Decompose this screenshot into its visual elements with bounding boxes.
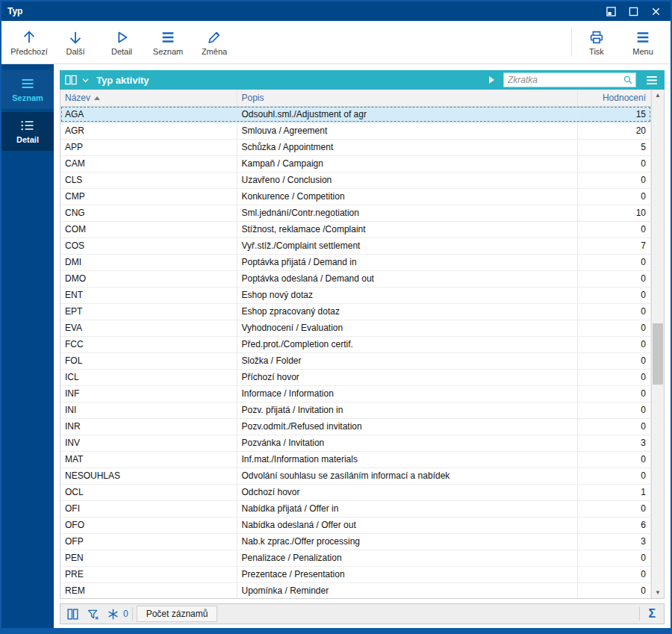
table-cell[interactable]: EPT: [60, 303, 237, 320]
search-input[interactable]: [508, 75, 623, 85]
table-row[interactable]: INVPozvánka / Invitation3: [60, 435, 651, 451]
table-cell[interactable]: Před.prot./Completion certif.: [237, 336, 578, 352]
table-cell[interactable]: 0: [578, 254, 651, 270]
column-header-popis[interactable]: Popis: [237, 90, 578, 106]
chevron-down-icon[interactable]: [81, 75, 90, 85]
table-cell[interactable]: 0: [578, 336, 651, 352]
table-cell[interactable]: FOL: [60, 352, 237, 369]
table-row[interactable]: EPTEshop zpracovaný dotaz0: [60, 303, 651, 320]
vertical-scrollbar[interactable]: ▲ ▼: [651, 90, 664, 598]
table-cell[interactable]: Pozv. přijatá / Invitation in: [237, 402, 578, 418]
table-cell[interactable]: Kampaň / Campaign: [237, 155, 578, 172]
table-cell[interactable]: OCL: [60, 484, 237, 500]
table-cell[interactable]: Nab.k zprac./Offer processing: [237, 533, 578, 550]
table-cell[interactable]: INV: [60, 435, 237, 451]
columns-view-icon[interactable]: [64, 74, 78, 86]
table-row[interactable]: REMUpomínka / Reminder0: [60, 582, 651, 598]
table-cell[interactable]: 0: [578, 287, 651, 303]
table-cell[interactable]: Vyř.stíž./Complaint settlement: [237, 237, 578, 254]
table-cell[interactable]: Informace / Information: [237, 385, 578, 402]
table-cell[interactable]: 0: [578, 451, 651, 467]
table-cell[interactable]: EVA: [60, 320, 237, 336]
column-header-nazev[interactable]: Název: [60, 90, 237, 106]
refresh-snowflake-icon[interactable]: [105, 606, 121, 622]
table-row[interactable]: OFPNab.k zprac./Offer processing3: [60, 533, 651, 550]
menu-button[interactable]: Menu: [620, 23, 666, 61]
table-cell[interactable]: Nabídka přijatá / Offer in: [237, 500, 578, 517]
table-cell[interactable]: 0: [578, 385, 651, 402]
table-cell[interactable]: Inf.mat./Information materials: [237, 451, 578, 467]
table-cell[interactable]: INF: [60, 385, 237, 402]
table-row[interactable]: INIPozv. přijatá / Invitation in0: [60, 402, 651, 418]
table-row[interactable]: ENTEshop nový dotaz0: [60, 287, 651, 303]
table-row[interactable]: APPSchůzka / Appointment5: [60, 139, 651, 155]
table-cell[interactable]: 1: [578, 484, 651, 500]
scrollbar-thumb[interactable]: [653, 323, 663, 385]
table-cell[interactable]: ENT: [60, 287, 237, 303]
table-cell[interactable]: INI: [60, 402, 237, 418]
table-cell[interactable]: DMO: [60, 270, 237, 287]
table-cell[interactable]: 0: [578, 566, 651, 582]
table-cell[interactable]: Pozv.odmít./Refused invitation: [237, 418, 578, 435]
table-cell[interactable]: 15: [578, 106, 651, 122]
table-cell[interactable]: 0: [578, 550, 651, 566]
table-cell[interactable]: AGR: [60, 122, 237, 139]
table-cell[interactable]: Konkurence / Competition: [237, 188, 578, 205]
table-row[interactable]: EVAVyhodnocení / Evaluation0: [60, 320, 651, 336]
table-cell[interactable]: NESOUHLAS: [60, 467, 237, 484]
table-cell[interactable]: 3: [578, 435, 651, 451]
table-row[interactable]: AGAOdsouhl.sml./Adjustment of agr15: [60, 106, 651, 122]
table-cell[interactable]: Prezentace / Presentation: [237, 566, 578, 582]
next-button[interactable]: Další: [52, 23, 99, 61]
table-cell[interactable]: Odvolání souhlasu se zasíláním informací…: [237, 467, 578, 484]
table-cell[interactable]: Odsouhl.sml./Adjustment of agr: [237, 106, 578, 122]
table-cell[interactable]: Vyhodnocení / Evaluation: [237, 320, 578, 336]
scroll-down-icon[interactable]: ▼: [652, 587, 664, 598]
table-row[interactable]: FOLSložka / Folder0: [60, 352, 651, 369]
previous-button[interactable]: Předchozí: [6, 23, 52, 61]
table-cell[interactable]: OFP: [60, 533, 237, 550]
edit-button[interactable]: Změna: [191, 23, 237, 61]
scroll-up-icon[interactable]: ▲: [652, 90, 664, 101]
table-cell[interactable]: APP: [60, 139, 237, 155]
table-cell[interactable]: 0: [578, 155, 651, 172]
table-cell[interactable]: CAM: [60, 155, 237, 172]
table-cell[interactable]: Schůzka / Appointment: [237, 139, 578, 155]
search-icon[interactable]: [623, 75, 633, 85]
table-cell[interactable]: INR: [60, 418, 237, 435]
table-cell[interactable]: OFI: [60, 500, 237, 517]
table-cell[interactable]: 0: [578, 303, 651, 320]
table-cell[interactable]: 3: [578, 533, 651, 550]
table-cell[interactable]: DMI: [60, 254, 237, 270]
table-cell[interactable]: 0: [578, 402, 651, 418]
table-cell[interactable]: 0: [578, 418, 651, 435]
table-row[interactable]: INRPozv.odmít./Refused invitation0: [60, 418, 651, 435]
columns-icon[interactable]: [64, 606, 81, 622]
dock-window-button[interactable]: [602, 4, 620, 19]
record-count-button[interactable]: Počet záznamů: [137, 606, 218, 622]
table-cell[interactable]: Pozvánka / Invitation: [237, 435, 578, 451]
table-cell[interactable]: Eshop nový dotaz: [237, 287, 578, 303]
table-cell[interactable]: Sml.jednání/Contr.negotiation: [237, 205, 578, 221]
table-cell[interactable]: 0: [578, 188, 651, 205]
table-cell[interactable]: 0: [578, 500, 651, 517]
table-cell[interactable]: Upomínka / Reminder: [237, 582, 578, 598]
list-view-button[interactable]: Seznam: [145, 23, 191, 61]
table-cell[interactable]: Odchozí hovor: [237, 484, 578, 500]
table-cell[interactable]: CMP: [60, 188, 237, 205]
sidebar-item-detail[interactable]: Detail: [1, 112, 54, 151]
table-cell[interactable]: 20: [578, 122, 651, 139]
sum-icon[interactable]: Σ: [644, 607, 660, 621]
table-cell[interactable]: 10: [578, 205, 651, 221]
grid-menu-button[interactable]: [642, 72, 662, 88]
sidebar-item-seznam[interactable]: Seznam: [1, 70, 54, 109]
table-cell[interactable]: 0: [578, 467, 651, 484]
table-cell[interactable]: 5: [578, 139, 651, 155]
table-cell[interactable]: 0: [578, 369, 651, 385]
table-cell[interactable]: 0: [578, 221, 651, 237]
table-cell[interactable]: Nabídka odeslaná / Offer out: [237, 517, 578, 533]
table-row[interactable]: PREPrezentace / Presentation0: [60, 566, 651, 582]
table-cell[interactable]: 6: [578, 517, 651, 533]
table-cell[interactable]: REM: [60, 582, 237, 598]
table-cell[interactable]: Poptávka odeslaná / Demand out: [237, 270, 578, 287]
